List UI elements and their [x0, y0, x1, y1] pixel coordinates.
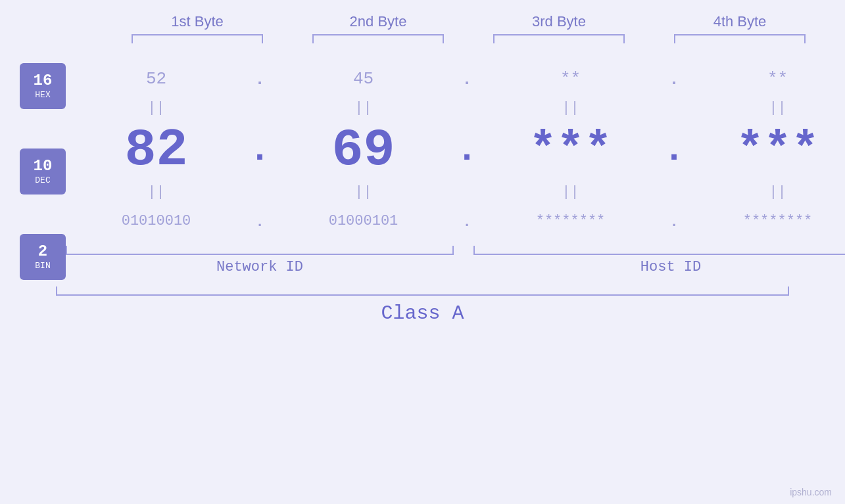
dot-dec-1: . [247, 129, 273, 171]
bin-b1-value: 01010010 [122, 213, 191, 229]
bin-b4-value: ******** [743, 213, 813, 229]
dec-b4: *** [687, 124, 845, 176]
hex-b1: 52 [66, 69, 247, 89]
byte2-header: 2nd Byte [306, 13, 450, 30]
top-brackets [107, 34, 831, 43]
dec-badge-num: 10 [34, 158, 53, 175]
bracket-top-2 [312, 34, 444, 43]
sep1-b4: || [687, 100, 845, 116]
dec-data-row: 82 . 69 . *** . *** [66, 117, 845, 183]
sep-row-1: || || || || [66, 99, 845, 117]
dec-b2: 69 [273, 120, 454, 180]
byte1-header: 1st Byte [125, 13, 270, 30]
bin-badge-label: BIN [35, 261, 50, 271]
id-labels-row: Network ID Host ID [66, 259, 845, 275]
sep2-b3: || [480, 184, 661, 200]
dec-badge-label: DEC [35, 175, 50, 185]
dec-b3-value: *** [529, 124, 612, 176]
hex-b3-value: ** [560, 69, 581, 89]
sep1-b3: || [480, 100, 661, 116]
sep1-b2: || [273, 100, 454, 116]
bin-b3: ******** [480, 213, 661, 229]
sep2-b4: || [687, 184, 845, 200]
dot-hex-2: . [454, 69, 480, 89]
dot-dec-3: . [661, 129, 687, 171]
dec-b1: 82 [66, 120, 247, 180]
bin-b1: 01010010 [66, 213, 247, 229]
data-grid: 52 . 45 . ** . ** || || [66, 50, 845, 275]
dot-bin-3: . [661, 211, 687, 231]
dot-bin-1: . [247, 211, 273, 231]
network-bracket [66, 246, 454, 255]
bin-badge-num: 2 [38, 243, 47, 260]
host-bracket [473, 246, 845, 255]
hex-badge-num: 16 [34, 72, 53, 89]
bin-data-row: 01010010 . 01000101 . ******** . *******… [66, 201, 845, 241]
hex-badge: 16 HEX [20, 63, 66, 109]
bin-b2-value: 01000101 [329, 213, 398, 229]
hex-data-row: 52 . 45 . ** . ** [66, 59, 845, 99]
dec-b2-value: 69 [331, 120, 395, 180]
sep2-b2: || [273, 184, 454, 200]
bracket-top-3 [493, 34, 625, 43]
dec-b1-value: 82 [124, 120, 187, 180]
dot-hex-1: . [247, 69, 273, 89]
watermark: ipshu.com [790, 487, 832, 497]
sep1-b1: || [66, 100, 247, 116]
byte3-header: 3rd Byte [487, 13, 631, 30]
host-id-label: Host ID [473, 259, 845, 275]
bottom-brackets-row [66, 246, 845, 255]
dec-b4-value: *** [736, 124, 819, 176]
full-bottom-bracket [56, 286, 789, 296]
bin-badge: 2 BIN [20, 234, 66, 280]
hex-b1-value: 52 [146, 69, 166, 89]
class-label: Class A [0, 302, 845, 325]
bracket-top-4 [674, 34, 806, 43]
sep-row-2: || || || || [66, 183, 845, 201]
bin-b2: 01000101 [273, 213, 454, 229]
dec-b3: *** [480, 124, 661, 176]
byte-headers-row: 1st Byte 2nd Byte 3rd Byte 4th Byte [107, 13, 831, 30]
dot-hex-3: . [661, 69, 687, 89]
hex-b3: ** [480, 69, 661, 89]
hex-b2: 45 [273, 69, 454, 89]
badges-column: 16 HEX 10 DEC 2 BIN [0, 50, 66, 280]
network-id-label: Network ID [66, 259, 454, 275]
hex-b4-value: ** [767, 69, 788, 89]
main-container: 1st Byte 2nd Byte 3rd Byte 4th Byte 16 H… [0, 0, 845, 504]
main-layout: 16 HEX 10 DEC 2 BIN 52 . 45 [0, 50, 845, 280]
bottom-bracket-area: Network ID Host ID [66, 246, 845, 275]
dec-badge: 10 DEC [20, 149, 66, 195]
hex-b2-value: 45 [353, 69, 374, 89]
sep2-b1: || [66, 184, 247, 200]
dot-dec-2: . [454, 129, 480, 171]
bracket-top-1 [132, 34, 263, 43]
dot-bin-2: . [454, 211, 480, 231]
byte4-header: 4th Byte [667, 13, 812, 30]
hex-b4: ** [687, 69, 845, 89]
bin-b3-value: ******** [536, 213, 606, 229]
hex-badge-label: HEX [35, 90, 50, 100]
bin-b4: ******** [687, 213, 845, 229]
